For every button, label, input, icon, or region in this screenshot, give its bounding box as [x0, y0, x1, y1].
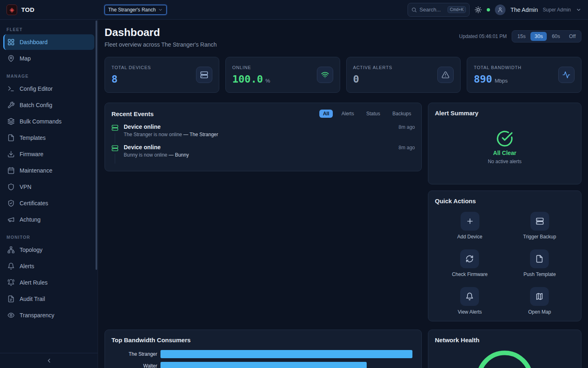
avatar[interactable] [495, 4, 506, 15]
network-health-gauge-wrap: 100 [435, 348, 575, 368]
brand: ◈ TOD [0, 4, 98, 15]
alert-status-text: All Clear [493, 150, 517, 156]
sidebar: FLEETDashboardMapMANAGEConfig EditorBatc… [0, 20, 98, 368]
server-icon [111, 145, 118, 152]
sidebar-item-maintenance[interactable]: Maintenance [3, 163, 94, 178]
alert-detail-text: No active alerts [488, 159, 522, 164]
quick-action-label: Check Firmware [452, 272, 488, 277]
bandwidth-bar-track [160, 362, 415, 368]
sidebar-item-label: Maintenance [20, 167, 52, 174]
refresh-option-30s[interactable]: 30s [530, 32, 547, 41]
map-icon [530, 287, 549, 306]
bandwidth-device-label: The Stranger [111, 351, 157, 357]
sidebar-item-transparency[interactable]: Transparency [3, 307, 94, 323]
page-head: Dashboard Fleet overview across The Stra… [105, 26, 581, 48]
sidebar-item-templates[interactable]: Templates [3, 130, 94, 146]
event-filter-alerts[interactable]: Alerts [338, 110, 358, 118]
refresh-option-15s[interactable]: 15s [513, 32, 530, 41]
sidebar-item-alert-rules[interactable]: Alert Rules [3, 275, 94, 290]
refresh-option-60s[interactable]: 60s [548, 32, 564, 41]
alert-summary-card: Alert Summary All Clear No active alerts [428, 103, 581, 184]
app-logo-icon: ◈ [7, 4, 17, 15]
fleet-selector-value: The Stranger's Ranch [108, 7, 156, 13]
theme-toggle-sun-icon[interactable] [474, 6, 482, 13]
sidebar-item-label: Audit Trail [20, 296, 45, 302]
quick-action-trigger-backup[interactable]: Trigger Backup [523, 212, 556, 240]
server-icon [196, 67, 212, 83]
quick-action-check-firmware[interactable]: Check Firmware [452, 249, 488, 277]
stat-card-total-bandwidth: TOTAL BANDWIDTH890Mbps [467, 57, 581, 93]
quick-action-add-device[interactable]: Add Device [457, 212, 482, 240]
network-health-gauge: 100 [474, 348, 535, 368]
event-description: Bunny is now online — Bunny [124, 152, 415, 158]
user-name: The Admin [510, 7, 538, 13]
layers-icon [7, 118, 15, 125]
page-title: Dashboard [105, 26, 217, 39]
sidebar-item-config-editor[interactable]: Config Editor [3, 81, 94, 96]
network-icon [7, 246, 15, 254]
event-title: Device online [124, 123, 160, 130]
file-text-icon [7, 295, 15, 303]
eye-icon [7, 312, 15, 319]
terminal-icon [7, 85, 15, 92]
chevron-down-icon[interactable] [576, 7, 581, 13]
quick-action-label: View Alerts [458, 309, 482, 315]
user-icon [497, 7, 503, 13]
sidebar-item-audit-trail[interactable]: Audit Trail [3, 291, 94, 307]
alert-summary-title: Alert Summary [435, 110, 575, 117]
network-health-title: Network Health [435, 337, 575, 343]
sidebar-item-dashboard[interactable]: Dashboard [3, 34, 94, 50]
sidebar-item-firmware[interactable]: Firmware [3, 146, 94, 162]
sidebar-item-alerts[interactable]: Alerts [3, 258, 94, 274]
quick-action-label: Push Template [523, 272, 556, 277]
connection-status-dot [487, 8, 490, 11]
event-filter-status[interactable]: Status [363, 110, 384, 118]
sidebar-item-achtung[interactable]: Achtung [3, 212, 94, 227]
stat-value: 890 [474, 73, 492, 85]
sidebar-item-map[interactable]: Map [3, 51, 94, 66]
events-list: Device online8m agoThe Stranger is now o… [111, 123, 415, 164]
refresh-option-off[interactable]: Off [565, 32, 580, 41]
quick-actions-grid: Add DeviceTrigger BackupCheck FirmwarePu… [435, 212, 575, 315]
quick-action-view-alerts[interactable]: View Alerts [458, 287, 482, 315]
stat-value: 0 [353, 73, 359, 85]
bandwidth-bar-track [160, 350, 415, 358]
nav-section-label: MONITOR [7, 235, 91, 240]
sidebar-item-batch-config[interactable]: Batch Config [3, 97, 94, 113]
sidebar-collapse-button[interactable] [0, 353, 98, 368]
sidebar-item-label: VPN [20, 184, 31, 190]
grid-icon [7, 38, 15, 46]
chevron-left-icon [46, 357, 52, 364]
quick-action-push-template[interactable]: Push Template [523, 249, 556, 277]
sidebar-nav: FLEETDashboardMapMANAGEConfig EditorBatc… [0, 27, 98, 323]
fleet-selector[interactable]: The Stranger's Ranch [105, 5, 167, 15]
map-pin-icon [7, 55, 15, 62]
file-icon [530, 249, 549, 268]
quick-action-open-map[interactable]: Open Map [528, 287, 551, 315]
sidebar-item-topology[interactable]: Topology [3, 242, 94, 258]
topbar-right: Search... Cmd+K The Admin Super Admin [408, 3, 588, 17]
search-input[interactable]: Search... Cmd+K [408, 3, 470, 17]
sidebar-item-bulk-commands[interactable]: Bulk Commands [3, 114, 94, 129]
sidebar-scrollbar[interactable] [96, 20, 97, 270]
plus-icon [461, 212, 479, 231]
event-device: — Bunny [169, 152, 189, 158]
recent-events-head: Recent Events AllAlertsStatusBackups [111, 110, 415, 118]
event-filter-backups[interactable]: Backups [389, 110, 415, 118]
app-root: ◈ TOD The Stranger's Ranch Search... Cmd… [0, 0, 588, 368]
right-column: Alert Summary All Clear No active alerts… [428, 103, 581, 321]
sidebar-item-label: Templates [20, 135, 46, 141]
user-role: Super Admin [543, 7, 571, 13]
event-description: The Stranger is now online — The Strange… [124, 132, 415, 137]
bandwidth-bar-row: The Stranger [111, 350, 415, 358]
stat-label: ACTIVE ALERTS [353, 65, 392, 70]
bell-icon [7, 263, 15, 270]
event-filter-all[interactable]: All [319, 110, 333, 118]
check-circle-icon [496, 130, 513, 147]
sidebar-item-vpn[interactable]: VPN [3, 179, 94, 195]
bell-icon [460, 287, 479, 306]
sidebar-item-certificates[interactable]: Certificates [3, 195, 94, 211]
nav-section-label: MANAGE [7, 74, 91, 79]
search-shortcut-badge: Cmd+K [448, 6, 466, 13]
stat-card-online: ONLINE100.0% [225, 57, 340, 93]
